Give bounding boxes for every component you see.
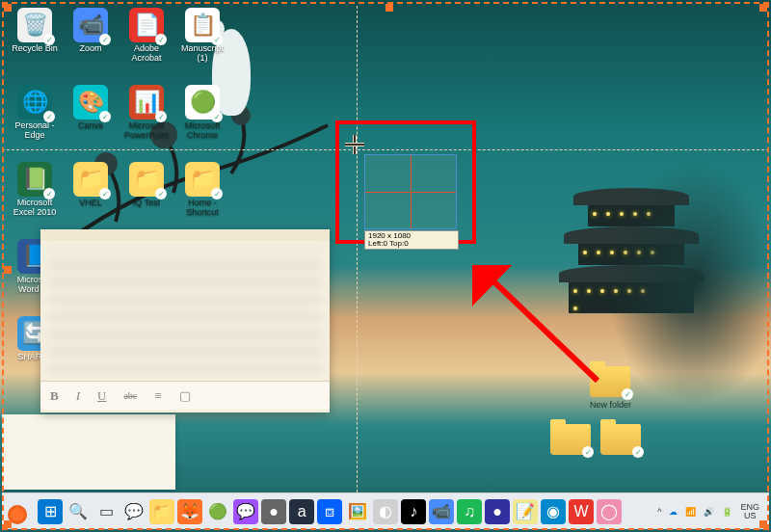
sticky-note-content[interactable] <box>40 241 330 381</box>
photos[interactable]: 🖼️ <box>345 499 370 524</box>
zoom-app[interactable]: 📹✓Zoom <box>64 6 118 81</box>
italic-button[interactable]: I <box>76 388 80 404</box>
adobe-acrobat-label: Adobe Acrobat <box>121 44 172 64</box>
sync-badge: ✓ <box>99 111 111 122</box>
taskbar-orange-indicator[interactable] <box>8 505 27 524</box>
recycle-bin[interactable]: 🗑️✓Recycle Bin <box>8 6 62 81</box>
tree-decoration <box>607 164 771 405</box>
sync-badge: ✓ <box>43 188 55 200</box>
zoom-app-icon: 📹✓ <box>73 8 108 42</box>
chrome-app-label: Microsoft Chrome <box>177 121 227 141</box>
desktop-folder-1[interactable]: ✓ <box>550 424 591 455</box>
edge-personal[interactable]: 🌐✓Personal - Edge <box>8 83 62 158</box>
sync-badge: ✓ <box>43 34 55 45</box>
new-folder-1-label: New folder <box>590 400 631 410</box>
underline-button[interactable]: U <box>97 388 106 404</box>
desktop-folder-2[interactable]: ✓ <box>600 424 641 455</box>
sticky-note-toolbar: B I U abc ≡ ▢ <box>40 381 330 410</box>
onedrive-icon[interactable]: ☁ <box>669 507 678 517</box>
home-shortcut[interactable]: 📁✓Home - Shortcut <box>175 160 229 235</box>
widgets[interactable]: 💬 <box>121 499 146 524</box>
unknown-2[interactable]: ◐ <box>373 499 398 524</box>
crosshair-vertical-line <box>357 6 358 492</box>
magnifier-info-box: 1920 x 1080 Left:0 Top:0 <box>364 230 459 250</box>
sync-badge: ✓ <box>99 188 111 200</box>
zoom-tb[interactable]: 📹 <box>429 499 454 524</box>
home-shortcut-label: Home - Shortcut <box>177 199 227 218</box>
canva-app[interactable]: 🎨✓Canva <box>64 83 118 158</box>
sticky-notes-tb[interactable]: 📝 <box>513 499 538 524</box>
manuscript-doc[interactable]: 📋✓Manuscript (1) <box>175 6 229 81</box>
unknown-1[interactable]: ● <box>261 499 286 524</box>
sync-badge: ✓ <box>211 34 223 45</box>
bold-button[interactable]: B <box>50 388 59 404</box>
canva-app-label: Canva <box>78 121 103 131</box>
sync-badge: ✓ <box>211 188 223 200</box>
vhel-folder-label: VHEL <box>79 199 102 208</box>
battery-icon[interactable]: 🔋 <box>722 507 732 517</box>
manuscript-doc-icon: 📋✓ <box>185 8 220 42</box>
home-shortcut-icon: 📁✓ <box>185 162 220 197</box>
magnifier-position: Left:0 Top:0 <box>368 240 455 248</box>
dropbox[interactable]: ⧈ <box>317 499 342 524</box>
file-explorer[interactable]: 📁 <box>149 499 174 524</box>
strikethrough-button[interactable]: abc <box>123 390 137 401</box>
iq-test-folder-label: IQ Test <box>133 199 160 208</box>
excel-2010-label: Microsoft Excel 2010 <box>10 199 60 218</box>
tray-chevron-icon[interactable]: ^ <box>657 507 661 517</box>
recycle-bin-icon: 🗑️✓ <box>17 8 52 42</box>
edge-personal-icon: 🌐✓ <box>17 85 52 120</box>
vhel-folder-icon: 📁✓ <box>73 162 108 197</box>
wps[interactable]: W <box>569 499 594 524</box>
sync-badge: ✓ <box>155 34 167 45</box>
canva-app-icon: 🎨✓ <box>73 85 108 120</box>
iq-test-folder-icon: 📁✓ <box>129 162 164 197</box>
chrome-app[interactable]: 🟢✓Microsoft Chrome <box>175 83 229 158</box>
firefox[interactable]: 🦊 <box>177 499 202 524</box>
wifi-icon[interactable]: 📶 <box>685 507 696 517</box>
folder-icon: ✓ <box>550 424 591 455</box>
start-button[interactable]: ⊞ <box>38 499 63 524</box>
annotation-arrow <box>472 265 607 394</box>
screenshot-magnifier: 1920 x 1080 Left:0 Top:0 <box>364 154 457 229</box>
excel-2010-icon: 📗✓ <box>17 162 52 197</box>
powerpoint-app-label: Microsoft PowerPoint <box>121 121 172 141</box>
zoom-app-label: Zoom <box>79 44 101 54</box>
search-button[interactable]: 🔍 <box>66 499 91 524</box>
vhel-folder[interactable]: 📁✓VHEL <box>64 160 118 235</box>
svg-line-3 <box>487 275 598 381</box>
powerpoint-app-icon: 📊✓ <box>129 85 164 120</box>
unknown-5[interactable]: ◯ <box>597 499 622 524</box>
amazon[interactable]: a <box>289 499 314 524</box>
sync-badge: ✓ <box>155 111 167 122</box>
powerpoint-app[interactable]: 📊✓Microsoft PowerPoint <box>120 83 173 158</box>
chrome-app-icon: 🟢✓ <box>185 85 220 120</box>
unknown-3[interactable]: ● <box>485 499 510 524</box>
language-indicator[interactable]: ENG US <box>740 503 759 520</box>
list-button[interactable]: ≡ <box>154 388 161 404</box>
sticky-note-header[interactable] <box>40 229 330 241</box>
sticky-note-2[interactable] <box>2 414 175 490</box>
task-view[interactable]: ▭ <box>93 499 119 524</box>
manuscript-doc-label: Manuscript (1) <box>177 44 227 64</box>
adobe-acrobat[interactable]: 📄✓Adobe Acrobat <box>120 6 173 81</box>
sync-badge: ✓ <box>43 111 55 122</box>
sync-badge: ✓ <box>99 34 111 45</box>
iq-test-folder[interactable]: 📁✓IQ Test <box>120 160 173 235</box>
image-button[interactable]: ▢ <box>179 388 191 404</box>
unknown-4[interactable]: ◉ <box>541 499 566 524</box>
spotify[interactable]: ♫ <box>457 499 482 524</box>
adobe-acrobat-icon: 📄✓ <box>129 8 164 42</box>
excel-2010[interactable]: 📗✓Microsoft Excel 2010 <box>8 160 62 235</box>
tiktok[interactable]: ♪ <box>401 499 426 524</box>
chrome-tb[interactable]: 🟢 <box>205 499 230 524</box>
sync-badge: ✓ <box>155 188 167 200</box>
messenger[interactable]: 💬 <box>233 499 258 524</box>
folder-icon: ✓ <box>600 424 641 455</box>
taskbar: ⊞🔍▭💬📁🦊🟢💬●a⧈🖼️◐♪📹♫●📝◉W◯ ^ ☁ 📶 🔊 🔋 ENG US <box>2 492 769 529</box>
sticky-note-window[interactable]: B I U abc ≡ ▢ <box>40 229 330 412</box>
recycle-bin-label: Recycle Bin <box>12 44 58 54</box>
system-tray[interactable]: ^ ☁ 📶 🔊 🔋 ENG US <box>657 503 769 520</box>
sync-badge: ✓ <box>211 111 223 122</box>
volume-icon[interactable]: 🔊 <box>704 507 714 517</box>
